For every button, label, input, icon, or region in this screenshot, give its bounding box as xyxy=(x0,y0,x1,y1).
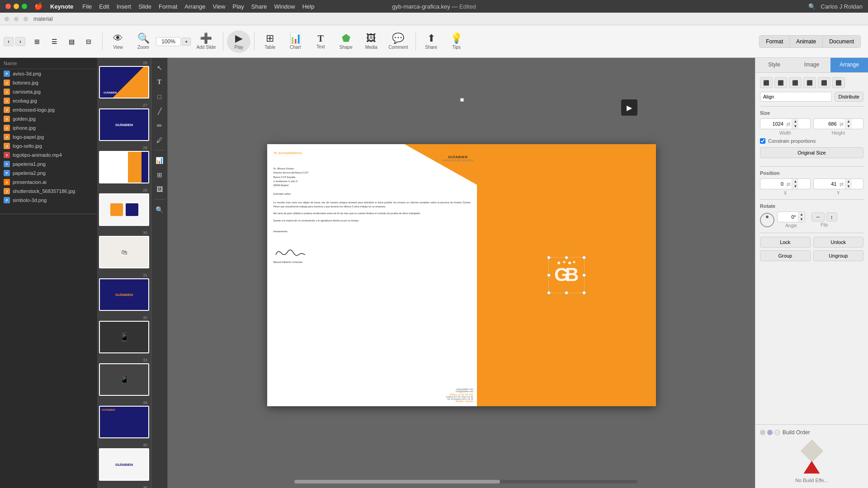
list-item[interactable]: J golden.jpg xyxy=(0,114,97,123)
play-btn[interactable]: ▶ Play xyxy=(227,30,250,53)
height-input[interactable] xyxy=(814,120,839,128)
menu-view[interactable]: View xyxy=(213,3,226,10)
nav-forward[interactable]: › xyxy=(15,37,25,46)
ungroup-btn[interactable]: Ungroup xyxy=(813,250,864,261)
constrain-checkbox[interactable] xyxy=(760,138,765,144)
height-up[interactable]: ▲ xyxy=(845,119,852,124)
slide-thumb-30[interactable]: 30 🛍 xyxy=(97,228,151,270)
text-btn[interactable]: T Text xyxy=(309,32,332,51)
zoom-btn[interactable]: 🔍 Zoom xyxy=(132,32,155,52)
list-item[interactable]: A presentacion.ai xyxy=(0,178,97,187)
list-item[interactable]: J shutterstock_568357186.jpg xyxy=(0,187,97,196)
x-input[interactable] xyxy=(760,180,785,188)
view-list-btn[interactable]: ☰ xyxy=(46,36,62,47)
y-input[interactable] xyxy=(814,180,839,188)
slide-thumb-34[interactable]: 34 GUÍABIEN xyxy=(97,398,151,440)
width-up[interactable]: ▲ xyxy=(792,119,798,124)
list-item[interactable]: J logo-sello.jpg xyxy=(0,141,97,150)
list-item[interactable]: J camiseta.jpg xyxy=(0,87,97,96)
menu-file[interactable]: File xyxy=(82,3,92,10)
image-tab[interactable]: Image xyxy=(793,58,830,72)
fullscreen-button[interactable] xyxy=(22,4,27,9)
slide-thumb-29[interactable]: 29 xyxy=(97,185,151,228)
slide-thumb-32[interactable]: 32 📱 xyxy=(97,313,151,355)
zoom-tool[interactable]: 🔍 xyxy=(153,203,166,216)
chart-tool[interactable]: 📊 xyxy=(153,154,166,167)
list-item[interactable]: P simbolo-3d.png xyxy=(0,196,97,205)
x-down[interactable]: ▼ xyxy=(792,184,798,189)
angle-up[interactable]: ▲ xyxy=(798,212,805,217)
menu-share[interactable]: Share xyxy=(251,3,267,10)
angle-input[interactable] xyxy=(778,213,798,221)
slide-thumb-27[interactable]: 27 GUÍABIEN xyxy=(97,100,151,143)
distribute-btn[interactable]: Distribute xyxy=(835,92,863,102)
shape-btn[interactable]: ⬟ Shape xyxy=(334,32,358,52)
view-outline-btn[interactable]: ▤ xyxy=(63,36,80,47)
slide-thumb-35[interactable]: 35 GUÍABIEN xyxy=(97,440,151,483)
horizontal-scrollbar[interactable] xyxy=(294,480,637,483)
menu-slide[interactable]: Slide xyxy=(138,3,151,10)
list-item[interactable]: V logotipo-animado.mp4 xyxy=(0,150,97,160)
slide-thumb-31[interactable]: 31 GUÍABIEN xyxy=(97,270,151,313)
flip-v-btn[interactable]: ↕ xyxy=(826,212,837,221)
view-navigator-btn[interactable]: ⊟ xyxy=(80,36,97,47)
width-input[interactable] xyxy=(760,120,785,128)
list-item[interactable]: P papeleria1.png xyxy=(0,160,97,169)
menu-insert[interactable]: Insert xyxy=(117,3,132,10)
arrange-tab[interactable]: Arrange xyxy=(830,58,868,72)
view-btn[interactable]: 👁 View xyxy=(106,32,130,52)
format-tab-btn[interactable]: Format xyxy=(760,36,790,47)
align-middle-btn[interactable]: ⬛ xyxy=(818,77,830,88)
close-button[interactable] xyxy=(5,4,11,9)
menu-help[interactable]: Help xyxy=(302,3,315,10)
list-item[interactable]: J botones.jpg xyxy=(0,78,97,87)
media-tool[interactable]: 🖼 xyxy=(153,183,166,196)
menu-edit[interactable]: Edit xyxy=(99,3,109,10)
align-bottom-btn[interactable]: ⬛ xyxy=(832,77,845,88)
align-select[interactable]: Align xyxy=(760,92,832,102)
slide-thumb-28[interactable]: 28 xyxy=(97,143,151,185)
chart-btn[interactable]: 📊 Chart xyxy=(283,32,307,52)
win-minimize[interactable] xyxy=(14,17,19,21)
list-item[interactable]: P papeleria2.png xyxy=(0,169,97,178)
apple-icon[interactable]: 🍎 xyxy=(34,2,43,10)
cursor-tool[interactable]: ↖ xyxy=(153,61,166,74)
group-btn[interactable]: Group xyxy=(760,250,811,261)
text-tool[interactable]: T xyxy=(153,76,166,89)
style-tab[interactable]: Style xyxy=(755,58,793,72)
rotate-wheel[interactable] xyxy=(760,213,774,227)
table-tool[interactable]: ⊞ xyxy=(153,169,166,181)
animate-tab-btn[interactable]: Animate xyxy=(790,36,823,47)
angle-down[interactable]: ▼ xyxy=(798,217,805,222)
list-item[interactable]: J logo-papel.jpg xyxy=(0,132,97,141)
lock-btn[interactable]: Lock xyxy=(760,237,811,248)
view-grid-btn[interactable]: ⊞ xyxy=(29,36,45,47)
slide-canvas[interactable]: ❋ GUÍABIEN ASESORES EN SEGUROS Te acompa… xyxy=(267,144,656,406)
add-slide-btn[interactable]: ➕ Add Slide xyxy=(193,32,219,52)
share-btn[interactable]: ⬆ Share xyxy=(420,32,443,52)
original-size-btn[interactable]: Original Size xyxy=(760,147,863,158)
unlock-btn[interactable]: Unlock xyxy=(813,237,864,248)
win-close[interactable] xyxy=(5,17,9,21)
zoom-add-btn[interactable]: + xyxy=(182,38,191,46)
menu-arrange[interactable]: Arrange xyxy=(184,3,205,10)
list-item[interactable]: J ecobag.jpg xyxy=(0,96,97,105)
align-top-btn[interactable]: ⬛ xyxy=(803,77,816,88)
slide-thumb-26[interactable]: 26 GUÍABIEN xyxy=(97,58,151,100)
search-icon[interactable]: 🔍 xyxy=(808,3,816,10)
list-item[interactable]: J iphone.jpg xyxy=(0,123,97,132)
menu-window[interactable]: Window xyxy=(274,3,295,10)
align-left-btn[interactable]: ⬛ xyxy=(760,77,773,88)
win-maximize[interactable] xyxy=(24,17,28,21)
slide-thumb-33[interactable]: 33 📱 xyxy=(97,355,151,398)
media-btn[interactable]: 🖼 Media xyxy=(359,32,383,52)
tips-btn[interactable]: 💡 Tips xyxy=(445,32,468,52)
document-tab-btn[interactable]: Document xyxy=(823,36,860,47)
nav-back[interactable]: ‹ xyxy=(4,37,14,46)
comment-btn[interactable]: 💬 Comment xyxy=(385,32,411,52)
menu-play[interactable]: Play xyxy=(232,3,244,10)
list-item[interactable]: J embossed-logo.jpg xyxy=(0,105,97,114)
align-center-btn[interactable]: ⬛ xyxy=(774,77,787,88)
width-down[interactable]: ▼ xyxy=(792,124,798,129)
zoom-display[interactable]: 100% xyxy=(156,37,181,46)
